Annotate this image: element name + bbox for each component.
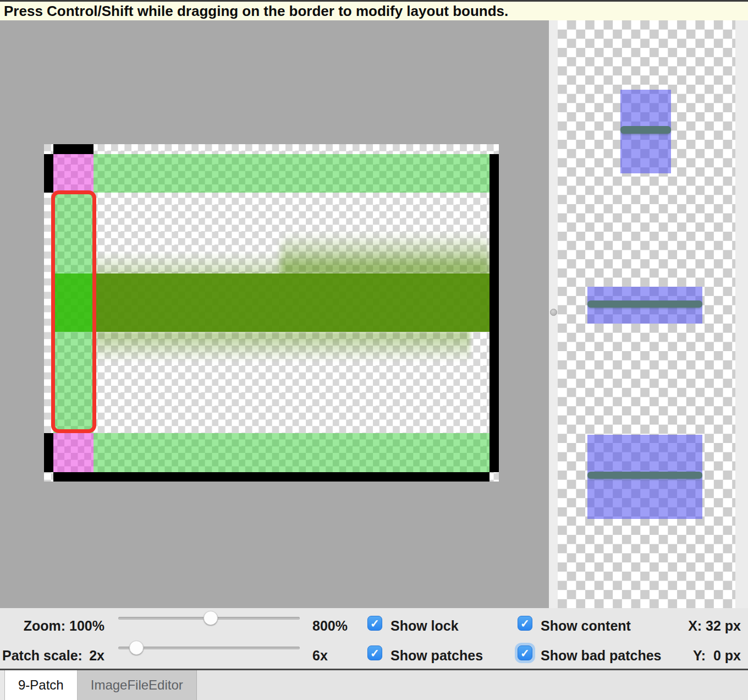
ninepatch-editor-canvas[interactable] — [0, 20, 549, 608]
tab-9patch[interactable]: 9-Patch — [5, 670, 78, 700]
pane-splitter[interactable] — [549, 20, 558, 608]
preview-horizontal-stretch — [587, 287, 702, 324]
stretch-patch-bottom — [94, 433, 490, 472]
patch-scale-max-label: 6x — [312, 648, 328, 663]
zoom-slider[interactable] — [118, 611, 300, 625]
ninepatch-image[interactable] — [44, 144, 499, 482]
content-blur-top — [280, 232, 490, 274]
border-marker-left-lower[interactable] — [44, 433, 53, 472]
show-patches-label: Show patches — [391, 648, 483, 663]
preview-vertical-stretch — [620, 90, 671, 173]
hint-banner: Press Control/Shift while dragging on th… — [0, 0, 748, 20]
zoom-slider-thumb[interactable] — [204, 611, 218, 625]
show-bad-patches-checkbox[interactable]: ✓ — [518, 646, 532, 660]
tab-imagefileeditor-label: ImageFileEditor — [91, 677, 183, 693]
tab-imagefileeditor[interactable]: ImageFileEditor — [78, 670, 197, 700]
show-lock-checkbox[interactable]: ✓ — [367, 616, 382, 631]
border-marker-right[interactable] — [490, 154, 499, 472]
border-marker-top[interactable] — [53, 144, 94, 154]
preview-both-stretch — [587, 435, 702, 519]
stretch-patch-top — [94, 154, 490, 193]
show-lock-label: Show lock — [391, 618, 459, 633]
control-bar: Zoom: 100% 800% Patch scale: 2x 6x ✓ Sho… — [0, 608, 748, 669]
content-stripe — [94, 274, 490, 332]
editor-tab-bar: 9-Patch ImageFileEditor — [0, 669, 748, 700]
preview-content-bar — [587, 472, 702, 479]
cursor-x-readout: X: 32 px — [676, 618, 741, 633]
zoom-max-label: 800% — [312, 618, 348, 633]
corner-patch-bottom-left — [53, 433, 94, 472]
corner-patch-top-left — [53, 154, 94, 193]
content-blur-bottom — [96, 332, 470, 362]
main-area — [0, 20, 748, 608]
patch-scale-slider-track[interactable] — [118, 647, 300, 649]
patch-scale-slider[interactable] — [118, 641, 300, 655]
checkmark-icon: ✓ — [520, 647, 530, 660]
show-content-checkbox[interactable]: ✓ — [518, 616, 532, 631]
hint-banner-text: Press Control/Shift while dragging on th… — [4, 3, 508, 20]
preview-content-bar — [587, 300, 702, 308]
border-marker-left-upper[interactable] — [44, 154, 53, 193]
show-bad-patches-label: Show bad patches — [541, 648, 661, 663]
zoom-label: Zoom: 100% — [0, 618, 105, 633]
border-marker-bottom[interactable] — [53, 472, 490, 482]
checkmark-icon: ✓ — [370, 647, 380, 660]
show-patches-checkbox[interactable]: ✓ — [367, 646, 382, 660]
checkmark-icon: ✓ — [520, 617, 530, 630]
preview-content-bar — [620, 126, 671, 134]
selected-patch-outline[interactable] — [51, 190, 96, 433]
splitter-handle-icon[interactable] — [550, 309, 557, 316]
show-content-label: Show content — [541, 618, 631, 633]
patch-scale-slider-thumb[interactable] — [129, 641, 144, 655]
tab-bar-lead — [0, 670, 5, 700]
checkmark-icon: ✓ — [370, 617, 380, 630]
cursor-y-readout: Y: 0 px — [676, 648, 741, 663]
tab-9patch-label: 9-Patch — [18, 677, 64, 693]
preview-pane[interactable] — [558, 20, 735, 608]
preview-pane-margin — [735, 20, 748, 608]
patch-scale-min-label: 2x — [0, 648, 105, 663]
